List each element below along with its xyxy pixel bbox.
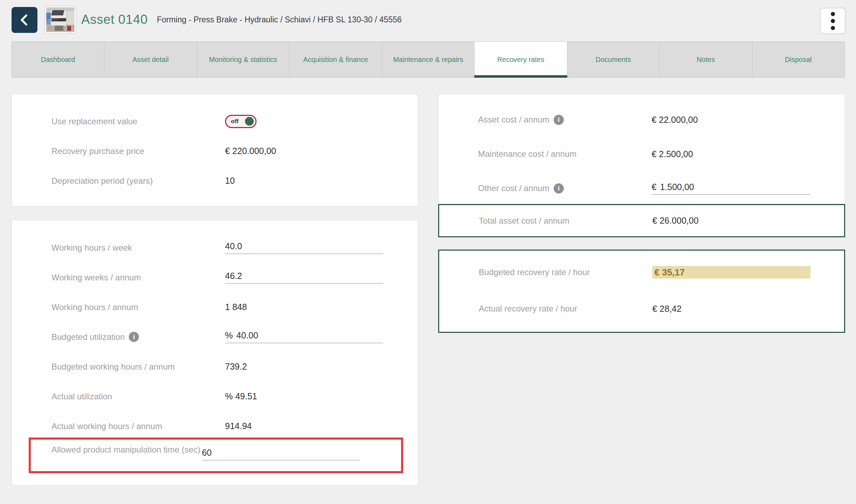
budgeted-recovery-rate-row: Budgeted recovery rate / hour € 35,17 bbox=[439, 254, 844, 290]
toggle-knob bbox=[245, 117, 254, 126]
title-group: Asset 0140 Forming - Press Brake - Hydra… bbox=[81, 0, 402, 39]
chevron-left-icon bbox=[17, 13, 32, 27]
working-weeks-annum-input[interactable] bbox=[225, 271, 383, 281]
working-hours-annum-value: 1 848 bbox=[225, 302, 247, 312]
manipulation-time-field bbox=[202, 448, 360, 461]
photo-red-cart bbox=[67, 26, 71, 31]
actual-utilization-label: Actual utilization bbox=[51, 390, 225, 403]
maintenance-cost-label: Maintenance cost / annum bbox=[478, 147, 652, 161]
asset-cost-row: Asset cost / annum i € 22.000,00 bbox=[438, 103, 845, 137]
info-icon[interactable]: i bbox=[554, 115, 564, 125]
asset-cost-value: € 22.000,00 bbox=[652, 115, 698, 125]
total-asset-cost-value: € 26.000,00 bbox=[652, 216, 699, 226]
toggle-state-label: off bbox=[231, 118, 239, 125]
replacement-value-card: Use replacement value off Recovery purch… bbox=[12, 94, 418, 206]
budgeted-recovery-rate-label: Budgeted recovery rate / hour bbox=[479, 266, 652, 279]
manipulation-time-input[interactable] bbox=[202, 448, 360, 458]
use-replacement-value-row: Use replacement value off bbox=[12, 106, 418, 136]
tab-disposal[interactable]: Disposal bbox=[752, 42, 844, 77]
tab-notes[interactable]: Notes bbox=[660, 42, 752, 77]
euro-prefix: € bbox=[652, 182, 657, 192]
recovery-rates-box: Budgeted recovery rate / hour € 35,17 Ac… bbox=[438, 250, 845, 333]
tab-maintenance-repairs[interactable]: Maintenance & repairs bbox=[382, 42, 475, 77]
info-icon[interactable]: i bbox=[129, 332, 139, 342]
working-weeks-annum-field bbox=[225, 271, 383, 284]
working-hours-annum-row: Working hours / annum 1 848 bbox=[12, 292, 418, 322]
asset-thumbnail[interactable] bbox=[44, 6, 76, 34]
other-cost-field: € bbox=[652, 182, 810, 195]
actual-recovery-rate-value: € 28,42 bbox=[652, 304, 681, 314]
manipulation-time-label: Allowed product manipulation time (sec) bbox=[51, 443, 202, 456]
working-hours-week-label: Working hours / week bbox=[51, 241, 225, 254]
recovery-purchase-price-row: Recovery purchase price € 220.000,00 bbox=[12, 136, 418, 166]
budgeted-working-hours-row: Budgeted working hours / annum 739.2 bbox=[12, 352, 418, 382]
photo-red-beam bbox=[52, 19, 58, 20]
tab-bar: Dashboard Asset detail Monitoring & stat… bbox=[12, 41, 845, 78]
working-hours-week-input[interactable] bbox=[225, 241, 383, 251]
use-replacement-value-toggle[interactable]: off bbox=[225, 115, 257, 128]
working-hours-week-row: Working hours / week bbox=[12, 233, 418, 262]
tab-documents[interactable]: Documents bbox=[567, 42, 660, 77]
working-hours-card: Working hours / week Working weeks / ann… bbox=[12, 220, 418, 485]
photo-parts-stack bbox=[55, 26, 63, 31]
photo-blue-machine bbox=[46, 13, 51, 24]
actual-working-hours-value: 914.94 bbox=[225, 421, 252, 431]
working-weeks-annum-label: Working weeks / annum bbox=[51, 271, 225, 284]
actual-utilization-value: % 49.51 bbox=[225, 391, 257, 401]
budgeted-utilization-label-text: Budgeted utilization bbox=[51, 330, 125, 344]
photo-press-top bbox=[51, 10, 64, 15]
asset-costs-card: Asset cost / annum i € 22.000,00 Mainten… bbox=[438, 94, 845, 204]
asset-cost-label: Asset cost / annum i bbox=[478, 113, 652, 126]
actual-recovery-rate-label: Actual recovery rate / hour bbox=[479, 302, 652, 315]
percent-prefix: % bbox=[225, 330, 233, 341]
maintenance-cost-row: Maintenance cost / annum € 2.500,00 bbox=[438, 137, 845, 171]
budgeted-utilization-input[interactable] bbox=[236, 330, 383, 341]
recovery-purchase-price-label: Recovery purchase price bbox=[51, 145, 225, 158]
tab-asset-detail[interactable]: Asset detail bbox=[104, 42, 197, 77]
use-replacement-value-label: Use replacement value bbox=[51, 115, 225, 128]
budgeted-utilization-field: % bbox=[225, 330, 383, 343]
budgeted-utilization-row: Budgeted utilization i % bbox=[12, 322, 418, 352]
working-weeks-annum-row: Working weeks / annum bbox=[12, 262, 418, 292]
tab-recovery-rates[interactable]: Recovery rates bbox=[475, 42, 567, 77]
other-cost-input[interactable] bbox=[660, 182, 810, 192]
actual-working-hours-row: Actual working hours / annum 914.94 bbox=[12, 411, 418, 441]
actual-working-hours-label: Actual working hours / annum bbox=[51, 420, 225, 433]
info-icon[interactable]: i bbox=[554, 183, 564, 194]
total-asset-cost-row: Total asset cost / annum € 26.000,00 bbox=[439, 214, 844, 227]
budgeted-working-hours-value: 739.2 bbox=[225, 362, 247, 372]
budgeted-recovery-rate-value-highlighted: € 35,17 bbox=[652, 266, 811, 279]
photo-wood-pallet bbox=[48, 27, 52, 30]
other-cost-row: Other cost / annum i € bbox=[438, 171, 845, 205]
total-asset-cost-box: Total asset cost / annum € 26.000,00 bbox=[438, 204, 845, 237]
back-button[interactable] bbox=[12, 7, 37, 33]
header: Asset 0140 Forming - Press Brake - Hydra… bbox=[0, 0, 856, 41]
tab-monitoring-statistics[interactable]: Monitoring & statistics bbox=[197, 42, 289, 77]
page-subtitle: Forming - Press Brake - Hydraulic / Schi… bbox=[157, 15, 402, 24]
actual-recovery-rate-row: Actual recovery rate / hour € 28,42 bbox=[439, 290, 844, 327]
total-asset-cost-label: Total asset cost / annum bbox=[479, 214, 652, 227]
other-cost-label: Other cost / annum i bbox=[478, 182, 652, 195]
budgeted-utilization-label: Budgeted utilization i bbox=[51, 330, 225, 344]
working-hours-annum-label: Working hours / annum bbox=[51, 301, 225, 314]
actual-utilization-row: Actual utilization % 49.51 bbox=[12, 382, 418, 411]
asset-photo bbox=[46, 7, 75, 32]
maintenance-cost-value: € 2.500,00 bbox=[652, 149, 693, 159]
depreciation-period-value: 10 bbox=[225, 176, 235, 186]
working-hours-week-field bbox=[225, 241, 383, 254]
asset-cost-label-text: Asset cost / annum bbox=[478, 113, 549, 126]
other-cost-label-text: Other cost / annum bbox=[478, 182, 549, 195]
tab-acquisition-finance[interactable]: Acquisition & finance bbox=[289, 42, 382, 77]
kebab-vertical-icon bbox=[831, 12, 835, 30]
photo-right-column bbox=[68, 11, 74, 25]
tab-dashboard[interactable]: Dashboard bbox=[12, 42, 104, 77]
recovery-rates-page: { "header": { "title": "Asset 0140", "su… bbox=[0, 0, 856, 504]
more-options-button[interactable] bbox=[820, 8, 846, 34]
page-title: Asset 0140 bbox=[81, 12, 148, 27]
manipulation-time-row: Allowed product manipulation time (sec) bbox=[12, 441, 418, 485]
budgeted-working-hours-label: Budgeted working hours / annum bbox=[51, 360, 225, 373]
depreciation-period-row: Depreciation period (years) 10 bbox=[12, 166, 418, 196]
depreciation-period-label: Depreciation period (years) bbox=[51, 174, 225, 188]
recovery-purchase-price-value: € 220.000,00 bbox=[225, 146, 276, 156]
